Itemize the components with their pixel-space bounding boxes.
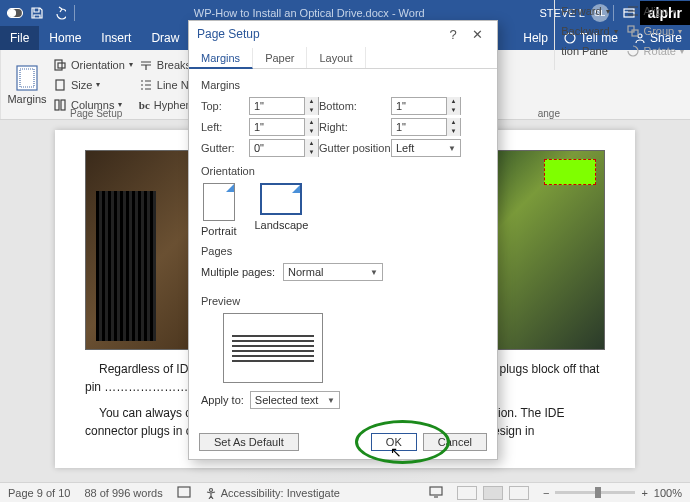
- cancel-button[interactable]: Cancel: [423, 433, 487, 451]
- ok-button[interactable]: OK: [371, 433, 417, 451]
- multiple-pages-select[interactable]: Normal▼: [283, 263, 383, 281]
- top-input[interactable]: 1"▲▼: [249, 97, 319, 115]
- word-count[interactable]: 88 of 996 words: [84, 487, 162, 499]
- page-setup-group-label: Page Setup: [70, 108, 122, 119]
- page-indicator[interactable]: Page 9 of 10: [8, 487, 70, 499]
- undo-icon[interactable]: [48, 2, 70, 24]
- svg-point-1: [9, 10, 16, 17]
- page-setup-dialog: Page Setup ? ✕ Margins Paper Layout Marg…: [188, 20, 498, 460]
- align-button[interactable]: Align▾: [626, 2, 684, 20]
- apply-to-select[interactable]: Selected text▼: [250, 391, 340, 409]
- gutter-position-select[interactable]: Left▼: [391, 139, 461, 157]
- left-label: Left:: [201, 121, 249, 133]
- svg-rect-16: [430, 487, 442, 495]
- close-icon[interactable]: ✕: [465, 27, 489, 42]
- bring-forward-button[interactable]: Forward▾: [561, 2, 617, 20]
- svg-rect-10: [55, 100, 59, 110]
- margins-section-label: Margins: [201, 79, 485, 91]
- portrait-option[interactable]: Portrait: [201, 183, 236, 237]
- preview-thumbnail: [223, 313, 323, 383]
- zoom-out-icon[interactable]: −: [543, 487, 549, 499]
- arrange-group-label: ange: [538, 108, 560, 119]
- margins-button[interactable]: Margins: [7, 65, 47, 105]
- orientation-section-label: Orientation: [201, 165, 485, 177]
- view-buttons: [457, 486, 529, 500]
- send-backward-button[interactable]: Backward▾: [561, 22, 617, 40]
- tab-paper[interactable]: Paper: [253, 47, 307, 68]
- tab-layout[interactable]: Layout: [307, 47, 365, 68]
- set-as-default-button[interactable]: Set As Default: [199, 433, 299, 451]
- zoom-control: − + 100%: [543, 487, 682, 499]
- landscape-option[interactable]: Landscape: [254, 183, 308, 237]
- accessibility-status[interactable]: Accessibility: Investigate: [205, 487, 340, 499]
- svg-rect-9: [56, 80, 64, 90]
- quick-access-toolbar: [0, 2, 79, 24]
- autosave-toggle[interactable]: [4, 2, 26, 24]
- zoom-level[interactable]: 100%: [654, 487, 682, 499]
- svg-rect-13: [632, 30, 638, 36]
- gutter-position-label: Gutter position:: [319, 142, 391, 154]
- save-icon[interactable]: [26, 2, 48, 24]
- dialog-title: Page Setup: [197, 27, 260, 41]
- right-input[interactable]: 1"▲▼: [391, 118, 461, 136]
- svg-point-15: [209, 488, 212, 491]
- document-title: WP-How to Install an Optical Drive.docx …: [79, 7, 540, 19]
- svg-rect-11: [61, 100, 65, 110]
- file-tab[interactable]: File: [0, 26, 39, 50]
- gutter-label: Gutter:: [201, 142, 249, 154]
- svg-rect-14: [178, 487, 190, 497]
- right-label: Right:: [319, 121, 391, 133]
- multiple-pages-label: Multiple pages:: [201, 266, 275, 278]
- svg-rect-12: [628, 26, 634, 32]
- group-button[interactable]: Group▾: [626, 22, 684, 40]
- orientation-button[interactable]: Orientation▾: [53, 56, 133, 74]
- zoom-in-icon[interactable]: +: [641, 487, 647, 499]
- help-icon[interactable]: ?: [441, 27, 465, 42]
- display-settings-icon[interactable]: [429, 486, 443, 500]
- dialog-tabs: Margins Paper Layout: [189, 47, 497, 69]
- top-label: Top:: [201, 100, 249, 112]
- home-tab[interactable]: Home: [39, 26, 91, 50]
- rotate-button[interactable]: Rotate▾: [626, 42, 684, 60]
- left-input[interactable]: 1"▲▼: [249, 118, 319, 136]
- read-mode-icon[interactable]: [457, 486, 477, 500]
- gutter-input[interactable]: 0"▲▼: [249, 139, 319, 157]
- print-layout-icon[interactable]: [483, 486, 503, 500]
- spelling-icon[interactable]: [177, 486, 191, 500]
- tab-margins[interactable]: Margins: [189, 48, 253, 69]
- status-bar: Page 9 of 10 88 of 996 words Accessibili…: [0, 482, 690, 502]
- zoom-slider[interactable]: [555, 491, 635, 494]
- apply-to-label: Apply to:: [201, 394, 244, 406]
- bottom-input[interactable]: 1"▲▼: [391, 97, 461, 115]
- size-button[interactable]: Size▾: [53, 76, 133, 94]
- insert-tab[interactable]: Insert: [91, 26, 141, 50]
- help-menu[interactable]: Help: [515, 31, 556, 45]
- draw-tab[interactable]: Draw: [141, 26, 189, 50]
- web-layout-icon[interactable]: [509, 486, 529, 500]
- dialog-titlebar[interactable]: Page Setup ? ✕: [189, 21, 497, 47]
- selection-pane-button[interactable]: tion Pane: [561, 42, 617, 60]
- bottom-label: Bottom:: [319, 100, 391, 112]
- preview-section-label: Preview: [201, 295, 485, 307]
- pages-section-label: Pages: [201, 245, 485, 257]
